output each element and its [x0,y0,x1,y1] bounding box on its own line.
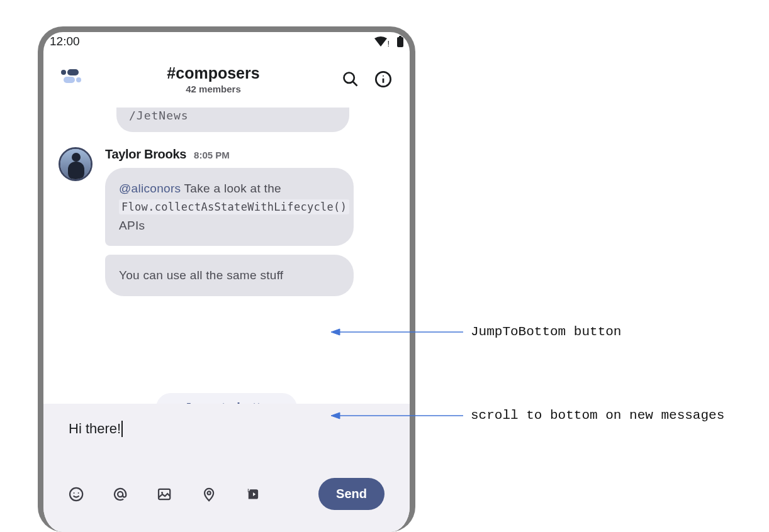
svg-point-2 [344,73,354,83]
status-right: ! [374,36,403,47]
duo-icon[interactable] [245,485,261,503]
device-frame: 12:00 ! #composers 42 members [38,26,415,532]
svg-rect-0 [397,37,403,47]
info-icon[interactable] [374,70,392,88]
channel-name[interactable]: #composers [85,64,342,82]
wifi-alert-icon: ! [387,39,390,48]
arrow-down-icon: ↓ [170,401,176,404]
annotation-arrow-2 [331,409,463,422]
svg-point-8 [118,491,123,496]
image-icon[interactable] [157,485,172,503]
composer-area: Hi there! Send [43,404,410,532]
app-header: #composers 42 members [43,51,410,108]
mention-icon[interactable] [113,485,128,503]
messages-scroll-area[interactable]: /JetNews Taylor Brooks 8:05 PM @aliconor… [43,108,410,404]
emoji-icon[interactable] [69,485,84,503]
wifi-icon [374,36,387,47]
annotation-text-2: scroll to bottom on new messages [471,408,724,423]
message-bubble[interactable]: You can use all the same stuff [105,255,354,296]
message-row: Taylor Brooks 8:05 PM @aliconors Take a … [59,147,395,305]
search-icon[interactable] [342,70,359,88]
code-snippet: Flow.collectAsStateWithLifecycle() [119,199,349,214]
svg-marker-13 [331,329,340,335]
message-time: 8:05 PM [194,150,230,160]
message-bubble[interactable]: @aliconors Take a look at the Flow.colle… [105,168,354,246]
annotation-arrow-1 [331,326,463,338]
message-bubble-partial: /JetNews [116,108,349,132]
jump-label: Jump to bottom [184,401,279,404]
svg-point-4 [383,75,384,77]
app-logo-icon[interactable] [61,67,85,91]
avatar[interactable] [59,147,93,181]
svg-point-6 [74,492,75,493]
svg-point-10 [162,491,164,493]
mention[interactable]: @aliconors [119,182,181,195]
svg-marker-15 [331,413,340,419]
svg-rect-1 [399,36,401,38]
battery-icon [397,36,403,47]
location-icon[interactable] [201,485,216,503]
member-count: 42 members [85,84,342,94]
text-caret [121,421,123,437]
status-bar: 12:00 ! [43,32,410,51]
svg-point-11 [207,491,210,494]
annotation-text-1: JumpToBottom button [471,324,621,339]
send-button[interactable]: Send [318,478,384,510]
jump-to-bottom-button[interactable]: ↓ Jump to bottom [156,393,297,404]
svg-point-5 [70,487,82,500]
status-time: 12:00 [50,35,80,48]
svg-point-7 [78,492,79,493]
sender-name: Taylor Brooks [105,147,186,162]
